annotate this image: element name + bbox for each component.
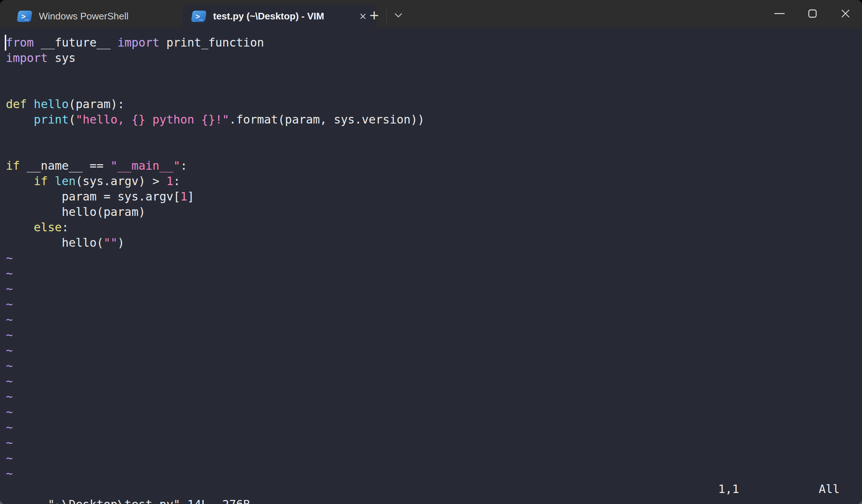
code-line: hello("") [6,235,862,250]
maximize-icon [808,9,817,18]
empty-line-tilde: ~ [6,297,862,312]
empty-line-tilde: ~ [6,374,862,389]
code-line: if __name__ == "__main__": [6,158,862,173]
empty-line-tilde: ~ [6,358,862,374]
file-info: "~\Desktop\test.py" 14L, 276B [48,498,250,504]
terminal-content[interactable]: from __future__ import print_functionimp… [0,28,862,504]
tab-dropdown-button[interactable] [390,6,407,25]
window-controls [763,0,862,27]
empty-line-tilde: ~ [6,343,862,358]
code-line: import sys [6,50,862,66]
close-button[interactable] [829,0,862,27]
minimize-button[interactable] [763,0,796,27]
empty-line-tilde: ~ [6,450,862,466]
tab-bar-divider [386,9,387,24]
empty-line-tilde: ~ [6,435,862,450]
code-line: def hello(param): [6,96,862,112]
terminal-window: >_ Windows PowerShell >_ test.py (~\Desk… [0,0,862,504]
code-line: else: [6,220,862,235]
vim-buffer: from __future__ import print_functionimp… [6,35,862,481]
powershell-icon: >_ [17,11,32,22]
tab-title: test.py (~\Desktop) - VIM [213,11,352,22]
code-line: print("hello, {} python {}!".format(para… [6,112,862,127]
empty-line-tilde: ~ [6,389,862,404]
empty-line-tilde: ~ [6,420,862,435]
empty-line-tilde: ~ [6,327,862,343]
cursor-position: 1,1 [718,481,739,497]
tab-bar: >_ Windows PowerShell >_ test.py (~\Desk… [0,0,862,28]
empty-line-tilde: ~ [6,312,862,327]
tab-windows-powershell[interactable]: >_ Windows PowerShell [7,4,198,28]
empty-line-tilde: ~ [6,266,862,281]
code-line [6,127,862,143]
empty-line-tilde: ~ [6,281,862,297]
code-line: hello(param) [6,204,862,220]
powershell-icon-glyph: >_ [21,12,28,20]
tab-title: Windows PowerShell [39,11,174,22]
vim-status-line: "~\Desktop\test.py" 14L, 276B 1,1 All [6,481,862,497]
code-line [6,81,862,96]
minimize-icon [774,13,785,14]
empty-line-tilde: ~ [6,466,862,481]
powershell-icon: >_ [191,11,207,22]
scroll-indicator: All [819,481,840,497]
text-cursor [5,35,6,51]
empty-line-tilde: ~ [6,404,862,420]
new-tab-button[interactable]: + [365,6,383,25]
code-line: param = sys.argv[1] [6,189,862,204]
close-icon [841,9,850,18]
code-line [6,66,862,81]
maximize-button[interactable] [796,0,829,27]
tab-test-py-vim[interactable]: >_ test.py (~\Desktop) - VIM [182,4,376,28]
powershell-icon-glyph: >_ [196,12,202,20]
chevron-down-icon [394,12,403,18]
code-line [6,143,862,158]
empty-line-tilde: ~ [6,250,862,266]
code-line: if len(sys.argv) > 1: [6,173,862,189]
code-line: from __future__ import print_function [6,35,862,50]
